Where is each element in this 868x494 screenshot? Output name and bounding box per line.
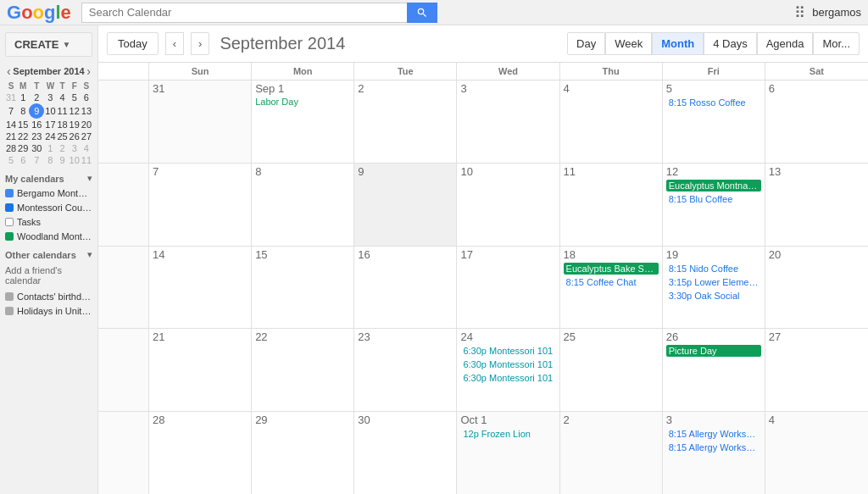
- calendar-event[interactable]: Picture Day: [666, 345, 761, 357]
- mini-cal-day[interactable]: 5: [69, 92, 81, 103]
- calendar-cell[interactable]: 9: [354, 164, 457, 246]
- mini-cal-day[interactable]: 6: [17, 154, 29, 166]
- calendar-cell[interactable]: 28: [149, 412, 252, 494]
- calendar-event[interactable]: 8:15 Blu Coffee: [666, 193, 761, 205]
- calendar-cell[interactable]: 14: [149, 247, 252, 329]
- mini-cal-day[interactable]: 1: [44, 142, 56, 154]
- prev-button[interactable]: ‹: [165, 32, 184, 55]
- calendar-cell[interactable]: 2: [560, 412, 663, 494]
- mini-cal-day[interactable]: 3: [44, 92, 56, 103]
- calendar-cell[interactable]: 38:15 Allergy Workshop8:15 Allergy Works…: [663, 412, 765, 494]
- mini-cal-day[interactable]: 10: [44, 103, 56, 119]
- mini-cal-day[interactable]: 2: [56, 142, 68, 154]
- mini-cal-day[interactable]: 28: [5, 142, 17, 154]
- calendar-cell[interactable]: 25: [560, 329, 663, 411]
- calendar-cell[interactable]: 4: [765, 412, 868, 494]
- calendar-event[interactable]: 12p Frozen Lion: [460, 428, 555, 440]
- calendar-event[interactable]: 3:30p Oak Social: [666, 290, 761, 302]
- calendar-cell[interactable]: 4: [560, 80, 663, 163]
- create-button[interactable]: CREATE ▼: [5, 32, 92, 57]
- calendar-event[interactable]: 6:30p Montessori 101: [460, 345, 555, 357]
- mini-cal-day[interactable]: 4: [56, 92, 68, 103]
- mini-cal-day[interactable]: 16: [29, 119, 44, 130]
- calendar-cell[interactable]: 8: [252, 164, 354, 246]
- mini-cal-day[interactable]: 15: [17, 119, 29, 130]
- add-friend[interactable]: Add a friend's calendar: [5, 264, 92, 287]
- mini-cal-day[interactable]: 23: [29, 130, 44, 142]
- calendar-cell[interactable]: 31: [149, 80, 252, 163]
- search-button[interactable]: [407, 3, 437, 23]
- calendar-cell[interactable]: 17: [457, 247, 559, 329]
- view-button-mor...[interactable]: Mor...: [813, 32, 860, 55]
- calendar-cell[interactable]: 11: [560, 164, 663, 246]
- mini-cal-day[interactable]: 24: [44, 130, 56, 142]
- my-calendar-item[interactable]: Bergamo Montessori ...: [5, 187, 92, 199]
- mini-cal-next[interactable]: ›: [85, 65, 92, 77]
- calendar-cell[interactable]: 6: [765, 80, 868, 163]
- user-name[interactable]: bergamos: [812, 6, 861, 19]
- calendar-cell[interactable]: 246:30p Montessori 1016:30p Montessori 1…: [457, 329, 559, 411]
- view-button-4days[interactable]: 4 Days: [704, 32, 756, 55]
- mini-cal-day[interactable]: 27: [81, 130, 92, 142]
- calendar-event[interactable]: 6:30p Montessori 101: [460, 358, 555, 370]
- calendar-event[interactable]: 6:30p Montessori 101: [460, 372, 555, 384]
- calendar-cell[interactable]: 58:15 Rosso Coffee: [663, 80, 765, 163]
- mini-cal-day[interactable]: 22: [17, 130, 29, 142]
- calendar-event[interactable]: 8:15 Rosso Coffee: [666, 97, 761, 108]
- calendar-cell[interactable]: 10: [457, 164, 559, 246]
- calendar-cell[interactable]: 26Picture Day: [663, 329, 765, 411]
- view-button-agenda[interactable]: Agenda: [757, 32, 814, 55]
- calendar-cell[interactable]: Sep 1Labor Day: [252, 80, 354, 163]
- search-input[interactable]: [81, 3, 407, 23]
- mini-cal-day[interactable]: 1: [17, 92, 29, 103]
- mini-cal-day[interactable]: 8: [17, 103, 29, 119]
- mini-cal-day[interactable]: 30: [29, 142, 44, 154]
- calendar-cell[interactable]: 30: [354, 412, 457, 494]
- mini-cal-day[interactable]: 14: [5, 119, 17, 130]
- other-calendar-item[interactable]: Holidays in United St...: [5, 305, 92, 317]
- calendar-cell[interactable]: 3: [457, 80, 559, 163]
- calendar-event[interactable]: Eucalyptus Bake Sale: [564, 263, 659, 275]
- calendar-event[interactable]: 3:15p Lower Elementary Social: [666, 276, 761, 288]
- view-button-week[interactable]: Week: [605, 32, 652, 55]
- mini-cal-day[interactable]: 12: [69, 103, 81, 119]
- calendar-cell[interactable]: 22: [252, 329, 354, 411]
- calendar-event[interactable]: Eucalyptus Montna Farms FT: [666, 180, 761, 191]
- mini-cal-day[interactable]: 19: [69, 119, 81, 130]
- mini-cal-day[interactable]: 25: [56, 130, 68, 142]
- mini-cal-day[interactable]: 11: [81, 154, 92, 166]
- calendar-event[interactable]: 8:15 Allergy Workshop: [666, 441, 761, 453]
- mini-cal-day[interactable]: 9: [29, 103, 44, 119]
- calendar-cell[interactable]: 15: [252, 247, 354, 329]
- my-calendar-item[interactable]: Woodland Montessori...: [5, 230, 92, 242]
- mini-cal-day[interactable]: 9: [56, 154, 68, 166]
- my-calendar-item[interactable]: Tasks: [5, 216, 92, 228]
- mini-cal-day[interactable]: 4: [81, 142, 92, 154]
- mini-cal-day[interactable]: 8: [44, 154, 56, 166]
- view-button-day[interactable]: Day: [567, 32, 605, 55]
- calendar-cell[interactable]: 21: [149, 329, 252, 411]
- calendar-cell[interactable]: 20: [765, 247, 868, 329]
- mini-cal-prev[interactable]: ‹: [5, 65, 13, 77]
- calendar-cell[interactable]: 198:15 Nido Coffee3:15p Lower Elementary…: [663, 247, 765, 329]
- mini-cal-day[interactable]: 20: [81, 119, 92, 130]
- next-button[interactable]: ›: [191, 32, 209, 55]
- apps-icon[interactable]: ⠿: [794, 3, 805, 22]
- calendar-cell[interactable]: 27: [765, 329, 868, 411]
- other-calendar-item[interactable]: Contacts' birthdays a...: [5, 291, 92, 303]
- my-calendars-header[interactable]: My calendars ▾: [5, 173, 92, 184]
- mini-cal-day[interactable]: 11: [56, 103, 68, 119]
- view-button-month[interactable]: Month: [652, 32, 704, 55]
- mini-cal-day[interactable]: 2: [29, 92, 44, 103]
- mini-cal-day[interactable]: 6: [81, 92, 92, 103]
- my-calendar-item[interactable]: Montessori Country ...: [5, 202, 92, 214]
- today-button[interactable]: Today: [107, 32, 159, 55]
- mini-cal-day[interactable]: 13: [81, 103, 92, 119]
- calendar-event[interactable]: 8:15 Allergy Workshop: [666, 428, 761, 440]
- calendar-cell[interactable]: 23: [354, 329, 457, 411]
- calendar-cell[interactable]: 16: [354, 247, 457, 329]
- mini-cal-day[interactable]: 31: [5, 92, 17, 103]
- calendar-cell[interactable]: Oct 112p Frozen Lion: [457, 412, 559, 494]
- mini-cal-day[interactable]: 7: [29, 154, 44, 166]
- mini-cal-day[interactable]: 10: [69, 154, 81, 166]
